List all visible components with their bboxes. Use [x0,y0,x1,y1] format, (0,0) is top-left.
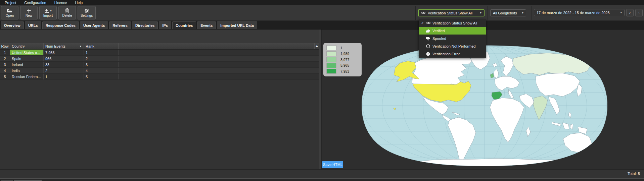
table-row[interactable]: 2 Spain 966 2 [0,56,319,62]
chevron-down-icon: ▾ [522,11,523,14]
verification-status-menu: ✓ Verification Status Show All Verified … [419,19,486,58]
import-button[interactable]: ▾ Import [39,6,57,19]
tab-bar: Overview URLs Response Codes User Agents… [0,21,644,29]
menu-bar: Project Configuration Licence Help [0,0,644,5]
pane-resize-handle[interactable] [319,29,322,169]
import-icon [44,8,49,13]
new-label: New [26,14,32,17]
plus-icon: + [316,44,318,48]
settings-label: Settings [81,14,93,17]
import-label: Import [43,14,53,17]
tab-countries[interactable]: Countries [172,21,196,29]
menu-project[interactable]: Project [5,1,16,5]
menu-item-verified[interactable]: Verified [419,27,486,35]
legend-swatch [326,45,336,50]
tab-imported-url-data[interactable]: Imported URL Data [217,21,257,29]
countries-table-pane: Row Country Num Events ▼ Rank + 1 United… [0,29,319,169]
table-pane-header-space [0,29,319,43]
settings-button[interactable]: Settings [78,6,96,19]
tab-referers[interactable]: Referers [109,21,131,29]
verification-status-dropdown[interactable]: Verification Status Show All ▾ [418,9,485,16]
date-range-value: 17 de marzo de 2022 - 15 de marzo de 202… [537,11,610,15]
delete-label: Delete [62,14,72,17]
new-button[interactable]: New [20,6,38,19]
next-period-button[interactable]: › [635,9,643,16]
table-row[interactable]: 5 Russian Federa... 1 5 [0,74,319,80]
prev-period-button[interactable]: ‹ [626,9,634,16]
open-button[interactable]: Open [1,6,18,19]
tab-user-agents[interactable]: User Agents [80,21,108,29]
world-map[interactable] [362,43,607,169]
check-icon: ✓ [421,21,426,25]
countries-table: Row Country Num Events ▼ Rank + 1 United… [0,43,319,80]
menu-item-show-all[interactable]: ✓ Verification Status Show All [419,19,486,27]
menu-item-not-performed[interactable]: Verification Not Performed [419,42,486,50]
tab-directories[interactable]: Directories [132,21,158,29]
eye-icon [426,21,432,24]
menu-item-error[interactable]: Verification Error [419,50,486,58]
column-header-num-events[interactable]: Num Events ▼ [44,43,84,49]
status-bar: Total: 5 [0,169,644,178]
date-range-dropdown[interactable]: 17 de marzo de 2022 - 15 de marzo de 202… [534,9,625,16]
menu-licence[interactable]: Licence [54,1,67,5]
toolbar-separator [532,6,532,20]
delete-button[interactable]: Delete [58,6,76,19]
import-caret-icon: ▾ [50,9,52,12]
legend-label: 1 [340,46,342,50]
eye-icon [421,11,426,14]
bot-filter-value: All Googlebots [493,11,517,15]
column-header-country[interactable]: Country [10,43,44,49]
menu-item-spoofed[interactable]: Spoofed [419,35,486,42]
gear-icon [84,8,89,13]
legend-label: 7,953 [340,69,349,73]
thumb-up-icon [426,29,432,33]
open-label: Open [6,14,14,17]
column-header-empty [119,43,315,49]
tab-overview[interactable]: Overview [1,21,24,29]
add-column-button[interactable]: + [315,43,319,49]
country-new-zealand[interactable] [594,152,598,162]
bottom-edge-strip [0,178,644,181]
legend-label: 3,977 [340,58,349,62]
legend-label: 5,965 [340,63,349,67]
toolbar-separator [415,6,416,20]
toolbar: Open New ▾ Import Delete [0,5,644,21]
bot-filter-dropdown[interactable]: All Googlebots ▾ [490,9,526,16]
save-html-button[interactable]: Save HTML [322,161,343,168]
selected-cell[interactable]: United States o... [10,50,44,55]
column-header-rank[interactable]: Rank [84,43,119,49]
chevron-down-icon: ▾ [620,11,622,14]
map-legend: 1 1,989 3,977 5,965 7,953 [323,43,362,76]
folder-open-icon [7,8,13,13]
table-row[interactable]: 4 India 2 4 [0,68,319,74]
table-row[interactable]: 1 United States o... 7.953 1 [0,50,319,56]
table-header-row: Row Country Num Events ▼ Rank + [0,43,319,50]
error-icon [426,52,432,56]
menu-configuration[interactable]: Configuration [24,1,46,5]
legend-label: 1,989 [340,52,349,56]
legend-swatch [326,69,336,74]
tab-urls[interactable]: URLs [25,21,41,29]
toolbar-separator [488,6,488,20]
legend-swatch [326,51,336,56]
trash-icon [65,8,69,13]
chevron-down-icon: ▾ [480,11,481,14]
sort-desc-icon: ▼ [79,45,82,48]
menu-help[interactable]: Help [75,1,83,5]
legend-swatch [326,57,336,62]
legend-swatch [326,63,336,68]
column-header-row[interactable]: Row [0,43,10,49]
plus-icon [27,8,31,13]
total-count: Total: 5 [628,172,640,176]
thumb-down-icon [426,37,432,41]
circle-icon [426,44,432,48]
taskbar-fragment [14,180,42,181]
verification-status-value: Verification Status Show All [428,11,472,15]
tab-ips[interactable]: IPs [159,21,171,29]
table-row[interactable]: 3 Ireland 38 3 [0,62,319,68]
tab-events[interactable]: Events [197,21,216,29]
tab-response-codes[interactable]: Response Codes [42,21,79,29]
country-russia[interactable] [513,53,591,75]
